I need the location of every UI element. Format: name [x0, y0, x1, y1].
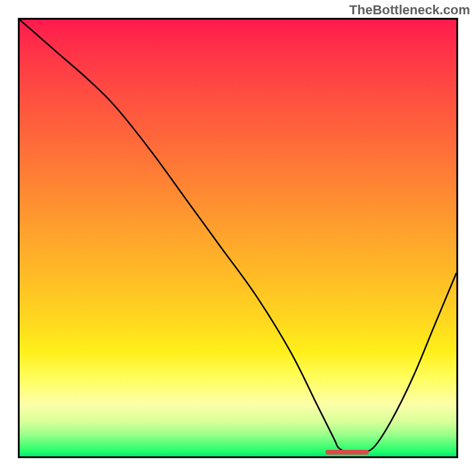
- optimal-range-marker: [325, 450, 369, 455]
- curve-svg: [20, 20, 456, 456]
- watermark-label: TheBottleneck.com: [349, 2, 470, 18]
- bottleneck-curve: [20, 20, 456, 453]
- plot-area: [18, 18, 458, 458]
